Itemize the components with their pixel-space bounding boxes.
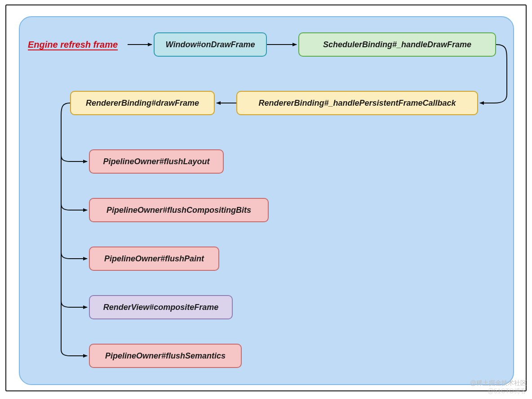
- watermark-line-1: @稀土掘金技术社区: [470, 379, 527, 387]
- node-pipelineowner-flushlayout: PipelineOwner#flushLayout: [89, 149, 224, 174]
- node-rendererbinding-drawframe: RendererBinding#drawFrame: [70, 91, 215, 115]
- watermark-line-2: @51CTO博客: [488, 387, 527, 395]
- node-renderview-compositeframe: RenderView#compositeFrame: [89, 295, 233, 319]
- node-schedulerbinding-handledrawframe: SchedulerBinding#_handleDrawFrame: [298, 32, 496, 57]
- node-window-ondrawframe: Window#onDrawFrame: [154, 32, 267, 57]
- node-rendererbinding-handlepersistentframecallback: RendererBinding#_handlePersistentFrameCa…: [236, 91, 478, 115]
- entry-label: Engine refresh frame: [28, 40, 118, 50]
- node-pipelineowner-flushpaint: PipelineOwner#flushPaint: [89, 247, 219, 271]
- node-pipelineowner-flushsemantics: PipelineOwner#flushSemantics: [89, 344, 242, 368]
- node-pipelineowner-flushcompositingbits: PipelineOwner#flushCompositingBits: [89, 198, 269, 222]
